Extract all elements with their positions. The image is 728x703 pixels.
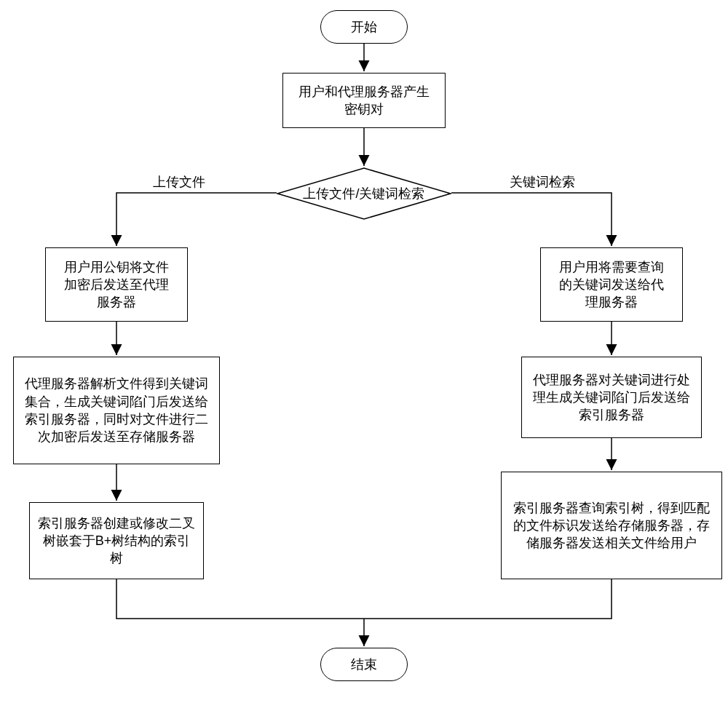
process-user-send-keyword-label: 用户用将需要查询 的关键词发送给代 理服务器: [559, 258, 664, 311]
flowchart-canvas: 开始 用户和代理服务器产生 密钥对 上传文件/关键词检索 上传文件 关键词检索 …: [0, 0, 728, 703]
end-terminator: 结束: [320, 648, 408, 681]
process-index-query-return-label: 索引服务器查询索引树，得到匹配的文件标识发送给存储服务器，存储服务器发送相关文件…: [509, 499, 714, 552]
process-proxy-make-trapdoor-label: 代理服务器对关键词进行处理生成关键词陷门后发送给索引服务器: [529, 371, 694, 424]
process-user-encrypt-upload: 用户用公钥将文件 加密后发送至代理 服务器: [45, 247, 188, 322]
edge-label-upload: 上传文件: [153, 173, 205, 191]
process-index-build-tree: 索引服务器创建或修改二叉树嵌套于B+树结构的索引树: [29, 502, 204, 579]
process-index-query-return: 索引服务器查询索引树，得到匹配的文件标识发送给存储服务器，存储服务器发送相关文件…: [501, 472, 722, 579]
edge-label-search: 关键词检索: [510, 173, 575, 191]
decision-upload-or-search: 上传文件/关键词检索: [277, 167, 451, 220]
process-index-build-tree-label: 索引服务器创建或修改二叉树嵌套于B+树结构的索引树: [37, 515, 196, 568]
process-proxy-make-trapdoor: 代理服务器对关键词进行处理生成关键词陷门后发送给索引服务器: [521, 357, 702, 438]
process-user-send-keyword: 用户用将需要查询 的关键词发送给代 理服务器: [540, 247, 683, 322]
start-terminator: 开始: [320, 10, 408, 44]
process-generate-keys: 用户和代理服务器产生 密钥对: [282, 73, 446, 128]
process-proxy-parse-encrypt-label: 代理服务器解析文件得到关键词集合，生成关键词陷门后发送给索引服务器，同时对文件进…: [21, 375, 212, 445]
decision-label: 上传文件/关键词检索: [303, 185, 424, 202]
process-user-encrypt-upload-label: 用户用公钥将文件 加密后发送至代理 服务器: [64, 258, 169, 311]
start-label: 开始: [351, 18, 377, 36]
process-generate-keys-label: 用户和代理服务器产生 密钥对: [298, 83, 430, 119]
end-label: 结束: [351, 656, 377, 673]
process-proxy-parse-encrypt: 代理服务器解析文件得到关键词集合，生成关键词陷门后发送给索引服务器，同时对文件进…: [13, 357, 220, 464]
